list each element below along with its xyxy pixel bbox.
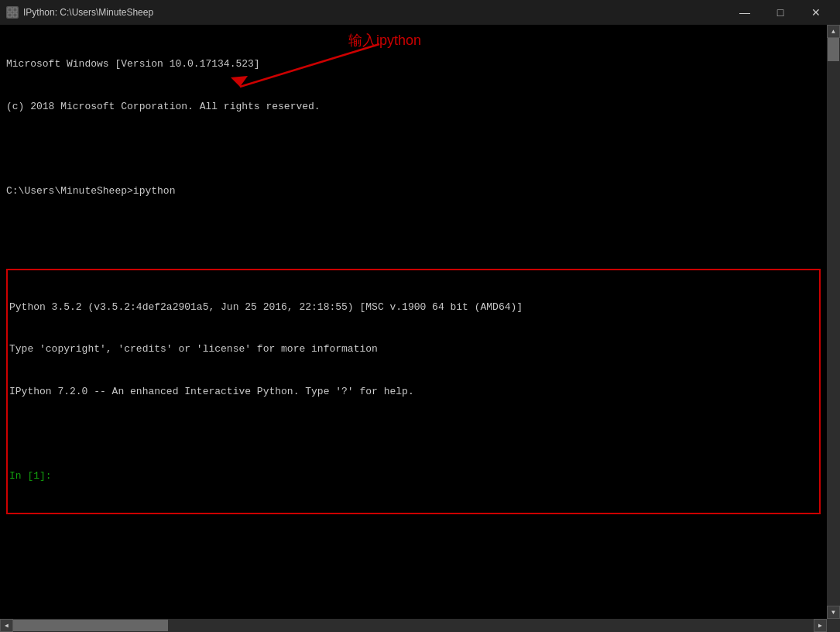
blank-line-2: [6, 227, 821, 241]
copyright-line: (c) 2018 Microsoft Corporation. All righ…: [6, 100, 821, 114]
window-icon: [6, 6, 19, 19]
ipython-output-box: Python 3.5.2 (v3.5.2:4def2a2901a5, Jun 2…: [6, 269, 821, 514]
close-button[interactable]: ✕: [798, 0, 834, 25]
blank-line-3: [9, 427, 818, 441]
command-line: C:\Users\MinuteSheep>ipython: [6, 184, 821, 198]
scroll-track[interactable]: [827, 38, 840, 606]
scroll-left-button[interactable]: ◀: [0, 619, 13, 632]
scroll-down-button[interactable]: ▼: [827, 606, 840, 619]
windows-version-line: Microsoft Windows [Version 10.0.17134.52…: [6, 57, 821, 71]
title-bar: IPython: C:\Users\MinuteSheep — □ ✕: [0, 0, 840, 25]
window-controls: — □ ✕: [727, 0, 834, 25]
svg-rect-2: [8, 13, 12, 17]
title-bar-left: IPython: C:\Users\MinuteSheep: [6, 6, 153, 19]
svg-rect-0: [8, 8, 12, 12]
scroll-right-button[interactable]: ▶: [814, 619, 827, 632]
svg-rect-1: [13, 8, 17, 12]
maximize-button[interactable]: □: [763, 0, 798, 25]
vertical-scrollbar[interactable]: ▲ ▼: [827, 25, 840, 619]
scroll-h-track[interactable]: [13, 619, 814, 632]
blank-line-1: [6, 143, 821, 156]
python-version-line: Python 3.5.2 (v3.5.2:4def2a2901a5, Jun 2…: [9, 301, 818, 314]
ipython-line: IPython 7.2.0 -- An enhanced Interactive…: [9, 385, 818, 399]
svg-rect-3: [13, 13, 17, 17]
scrollbar-corner: [827, 619, 840, 632]
horizontal-scrollbar[interactable]: ◀ ▶: [0, 619, 840, 632]
scroll-thumb[interactable]: [828, 38, 839, 61]
minimize-button[interactable]: —: [727, 0, 763, 25]
terminal-wrapper: Microsoft Windows [Version 10.0.17134.52…: [0, 25, 840, 619]
terminal-content[interactable]: Microsoft Windows [Version 10.0.17134.52…: [0, 25, 827, 619]
window-title: IPython: C:\Users\MinuteSheep: [23, 7, 153, 18]
type-line: Type 'copyright', 'credits' or 'license'…: [9, 342, 818, 356]
scroll-h-thumb[interactable]: [13, 620, 168, 631]
cmd-window: IPython: C:\Users\MinuteSheep — □ ✕ Micr…: [0, 0, 840, 632]
prompt-line: In [1]:: [9, 469, 818, 483]
scroll-up-button[interactable]: ▲: [827, 25, 840, 38]
